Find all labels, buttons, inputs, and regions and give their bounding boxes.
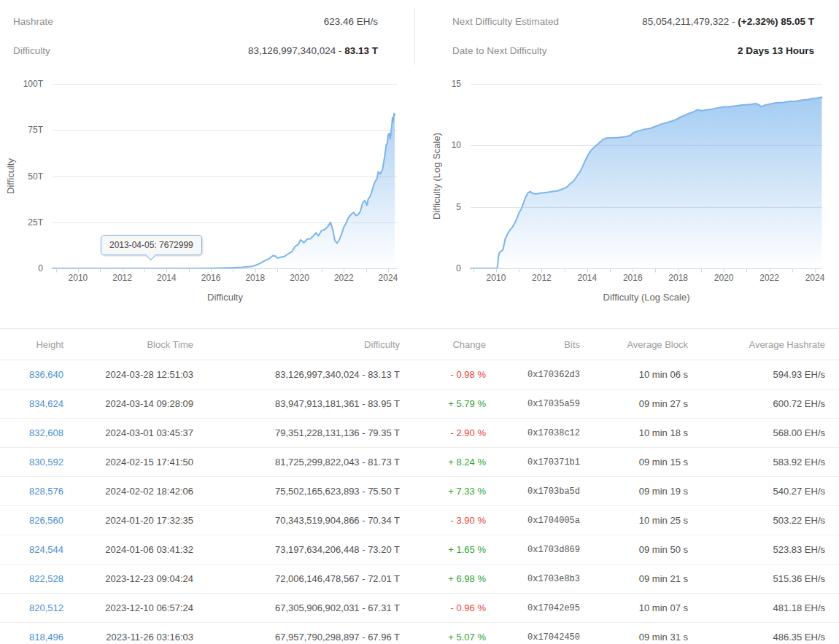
bits-cell: 0x1703d869	[486, 535, 580, 565]
change-cell: + 7.33 %	[400, 477, 486, 506]
average-hashrate-cell: 481.18 EH/s	[688, 594, 839, 623]
y-axis-title: Difficulty	[5, 158, 16, 194]
x-tick-label: 2022	[334, 273, 354, 283]
table-row: 826,5602024-01-20 17:32:3570,343,519,904…	[0, 506, 839, 535]
difficulty-cell: 72,006,146,478,567 - 72.01 T	[193, 565, 400, 594]
block-height-cell: 826,560	[0, 506, 63, 535]
block-time-cell: 2024-01-06 03:41:32	[63, 535, 193, 565]
block-height-link[interactable]: 828,576	[29, 486, 63, 497]
y-tick-label: 15	[452, 79, 462, 89]
stat-hashrate: Hashrate 623.46 EH/s	[13, 7, 378, 36]
difficulty-linear-svg: 025T50T75T100T20102012201420162018202020…	[0, 69, 420, 310]
average-hashrate-cell: 540.27 EH/s	[688, 477, 839, 506]
stat-next-difficulty: Next Difficulty Estimated 85,054,211,479…	[452, 7, 814, 36]
table-row: 824,5442024-01-06 03:41:3273,197,634,206…	[0, 535, 839, 565]
difficulty-cell: 73,197,634,206,448 - 73.20 T	[193, 535, 400, 565]
difficulty-cell: 83,126,997,340,024 - 83.13 T	[193, 360, 400, 389]
difficulty-cell: 83,947,913,181,361 - 83.95 T	[193, 389, 400, 419]
table-row: 836,6402024-03-28 12:51:0383,126,997,340…	[0, 360, 839, 389]
table-row: 822,5282023-12-23 09:04:2472,006,146,478…	[0, 565, 839, 594]
table-header: HeightBlock TimeDifficultyChangeBitsAver…	[0, 329, 839, 360]
block-time-cell: 2024-01-20 17:32:35	[63, 506, 193, 535]
change-cell: + 1.65 %	[400, 535, 486, 565]
block-height-link[interactable]: 832,608	[29, 427, 63, 438]
block-height-link[interactable]: 818,496	[29, 632, 63, 643]
block-height-cell: 834,624	[0, 389, 63, 419]
x-tick-label: 2014	[157, 273, 177, 283]
column-header-avg_block: Average Block	[580, 329, 688, 360]
stat-label-difficulty: Difficulty	[13, 45, 50, 56]
difficulty-cell: 67,957,790,298,897 - 67.96 T	[193, 623, 400, 644]
block-time-cell: 2023-11-26 03:16:03	[63, 623, 193, 644]
column-header-bits: Bits	[486, 329, 580, 360]
column-header-change: Change	[400, 329, 486, 360]
table-row: 830,5922024-02-15 17:41:5081,725,299,822…	[0, 448, 839, 477]
average-hashrate-cell: 523.83 EH/s	[688, 535, 839, 565]
x-tick-label: 2016	[201, 273, 221, 283]
block-time-cell: 2024-03-01 03:45:37	[63, 419, 193, 448]
y-tick-label: 5	[456, 202, 461, 212]
charts-row: 025T50T75T100T20102012201420162018202020…	[0, 69, 839, 310]
average-hashrate-cell: 486.35 EH/s	[688, 623, 839, 644]
stat-difficulty: Difficulty 83,126,997,340,024 - 83.13 T	[13, 36, 378, 66]
bits-cell: 0x1704005a	[486, 506, 580, 535]
x-tick-label: 2024	[379, 273, 398, 283]
block-height-link[interactable]: 826,560	[29, 515, 63, 526]
block-height-link[interactable]: 834,624	[29, 398, 63, 409]
difficulty-cell: 67,305,906,902,031 - 67.31 T	[193, 594, 400, 623]
block-height-cell: 818,496	[0, 623, 63, 644]
y-tick-label: 25T	[28, 217, 43, 228]
block-height-link[interactable]: 822,528	[29, 573, 63, 584]
change-cell: - 3.90 %	[400, 506, 486, 535]
stat-label-next-difficulty: Next Difficulty Estimated	[452, 16, 559, 27]
difficulty-table-section: HeightBlock TimeDifficultyChangeBitsAver…	[0, 328, 839, 644]
block-time-cell: 2023-12-23 09:04:24	[63, 565, 193, 594]
average-block-cell: 09 min 21 s	[580, 565, 688, 594]
table-row: 818,4962023-11-26 03:16:0367,957,790,298…	[0, 623, 839, 644]
chart-tooltip-text: 2013-04-05: 7672999	[109, 240, 193, 250]
block-height-cell: 824,544	[0, 535, 63, 565]
change-cell: - 0.96 %	[400, 594, 486, 623]
block-height-cell: 820,512	[0, 594, 63, 623]
stats-panel-left: Hashrate 623.46 EH/s Difficulty 83,126,9…	[0, 0, 414, 69]
x-tick-label: 2018	[668, 273, 688, 283]
average-block-cell: 10 min 18 s	[580, 419, 688, 448]
table-row: 832,6082024-03-01 03:45:3779,351,228,131…	[0, 419, 839, 448]
block-height-link[interactable]: 836,640	[29, 369, 63, 380]
x-tick-label: 2010	[69, 273, 88, 283]
x-axis-title: Difficulty (Log Scale)	[603, 292, 690, 303]
column-header-height: Height	[0, 329, 63, 360]
block-time-cell: 2023-12-10 06:57:24	[63, 594, 193, 623]
stat-value-next-difficulty: 85,054,211,479,322 - (+2.32%) 85.05 T	[642, 16, 814, 27]
average-hashrate-cell: 600.72 EH/s	[688, 389, 839, 419]
bits-cell: 0x1703ba5d	[486, 477, 580, 506]
block-height-cell: 822,528	[0, 565, 63, 594]
average-hashrate-cell: 583.92 EH/s	[688, 448, 839, 477]
x-tick-label: 2020	[290, 273, 309, 283]
difficulty-chart-log[interactable]: 05101520102012201420162018202020222024Di…	[420, 69, 839, 310]
y-tick-label: 75T	[28, 125, 43, 135]
change-cell: + 6.98 %	[400, 565, 486, 594]
change-cell: + 5.07 %	[400, 623, 486, 644]
bits-cell: 0x17038c12	[486, 419, 580, 448]
block-height-link[interactable]: 824,544	[29, 544, 63, 555]
bits-cell: 0x17035a59	[486, 389, 580, 419]
difficulty-chart-linear[interactable]: 025T50T75T100T20102012201420162018202020…	[0, 69, 420, 310]
bits-cell: 0x17042e95	[486, 594, 580, 623]
difficulty-cell: 79,351,228,131,136 - 79.35 T	[193, 419, 400, 448]
average-block-cell: 09 min 50 s	[580, 535, 688, 565]
average-block-cell: 09 min 27 s	[580, 389, 688, 419]
block-height-link[interactable]: 830,592	[29, 457, 63, 468]
average-block-cell: 10 min 06 s	[580, 360, 688, 389]
x-tick-label: 2020	[714, 273, 734, 283]
average-hashrate-cell: 594.93 EH/s	[688, 360, 839, 389]
y-tick-label: 100T	[23, 79, 44, 89]
x-tick-label: 2010	[487, 273, 506, 283]
y-axis-title: Difficulty (Log Scale)	[431, 133, 442, 220]
difficulty-cell: 81,725,299,822,043 - 81.73 T	[193, 448, 400, 477]
block-time-cell: 2024-02-02 18:42:06	[63, 477, 193, 506]
stats-panel-right: Next Difficulty Estimated 85,054,211,479…	[415, 0, 838, 69]
y-tick-label: 10	[452, 140, 462, 150]
block-height-link[interactable]: 820,512	[29, 602, 63, 613]
x-tick-label: 2016	[623, 273, 643, 283]
